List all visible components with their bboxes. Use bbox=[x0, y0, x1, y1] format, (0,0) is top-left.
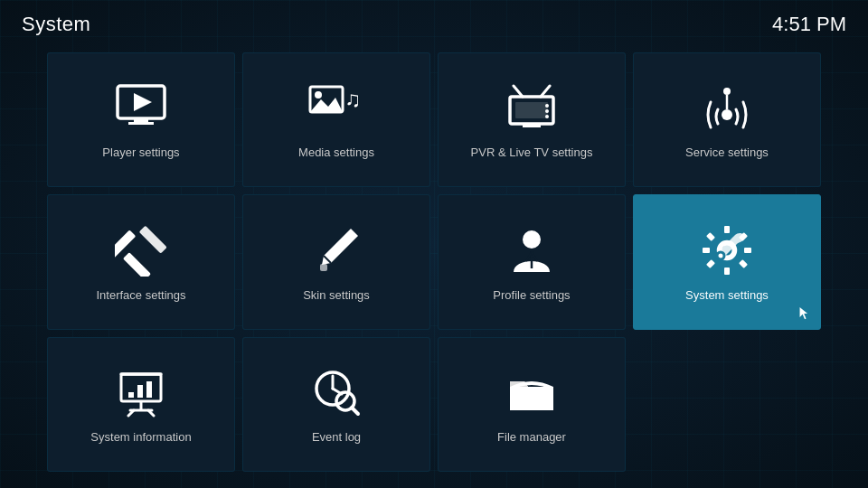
svg-rect-3 bbox=[128, 122, 154, 125]
grid-item-event-log[interactable]: Event log bbox=[242, 337, 430, 472]
system-settings-icon bbox=[698, 221, 756, 279]
svg-point-15 bbox=[545, 115, 549, 118]
svg-rect-30 bbox=[724, 267, 730, 275]
svg-line-10 bbox=[541, 86, 550, 97]
svg-rect-32 bbox=[744, 248, 751, 253]
pvr-settings-label: PVR & Live TV settings bbox=[471, 145, 593, 161]
svg-point-13 bbox=[545, 104, 549, 108]
svg-rect-42 bbox=[128, 392, 134, 398]
svg-rect-19 bbox=[123, 252, 151, 277]
svg-rect-12 bbox=[523, 124, 541, 127]
grid-item-empty bbox=[633, 337, 821, 472]
skin-settings-label: Skin settings bbox=[303, 288, 370, 304]
media-settings-label: Media settings bbox=[298, 145, 374, 161]
app-header: System 4:51 PM bbox=[0, 0, 868, 45]
svg-marker-40 bbox=[800, 307, 808, 319]
player-settings-icon bbox=[112, 79, 170, 136]
svg-rect-11 bbox=[515, 102, 548, 118]
grid-item-interface-settings[interactable]: Interface settings bbox=[47, 194, 235, 329]
svg-rect-2 bbox=[134, 118, 148, 122]
svg-point-14 bbox=[545, 109, 549, 113]
svg-rect-21 bbox=[115, 230, 136, 259]
media-settings-icon: ♫ bbox=[307, 79, 365, 136]
player-settings-label: Player settings bbox=[102, 145, 179, 161]
skin-settings-icon bbox=[307, 221, 365, 279]
interface-settings-icon bbox=[112, 221, 170, 279]
grid-item-media-settings[interactable]: ♫ Media settings bbox=[242, 52, 430, 187]
svg-text:♫: ♫ bbox=[344, 87, 361, 111]
system-settings-label: System settings bbox=[685, 288, 769, 304]
file-manager-icon bbox=[503, 363, 561, 421]
profile-settings-icon bbox=[503, 221, 561, 279]
svg-point-24 bbox=[523, 230, 541, 249]
interface-settings-label: Interface settings bbox=[97, 288, 186, 304]
grid-item-file-manager[interactable]: File manager bbox=[438, 337, 626, 472]
service-settings-label: Service settings bbox=[685, 145, 769, 161]
svg-rect-29 bbox=[724, 226, 730, 233]
svg-line-54 bbox=[352, 408, 358, 414]
event-log-icon bbox=[307, 363, 365, 421]
grid-item-system-information[interactable]: System information bbox=[47, 337, 235, 472]
svg-line-9 bbox=[514, 86, 523, 97]
clock: 4:51 PM bbox=[772, 13, 846, 36]
svg-point-16 bbox=[722, 109, 732, 120]
svg-marker-1 bbox=[134, 93, 152, 111]
svg-marker-6 bbox=[310, 98, 343, 112]
grid-item-player-settings[interactable]: Player settings bbox=[47, 52, 235, 187]
grid-item-skin-settings[interactable]: Skin settings bbox=[242, 194, 430, 329]
svg-rect-20 bbox=[139, 225, 167, 253]
svg-rect-22 bbox=[320, 264, 327, 271]
cursor-icon bbox=[798, 307, 811, 320]
svg-point-5 bbox=[315, 91, 322, 99]
grid-item-service-settings[interactable]: Service settings bbox=[633, 52, 821, 187]
pvr-settings-icon bbox=[503, 79, 561, 136]
app-title: System bbox=[22, 13, 90, 36]
grid-item-system-settings[interactable]: System settings bbox=[633, 194, 821, 329]
svg-rect-44 bbox=[146, 381, 152, 398]
settings-grid: Player settings ♫ Media settings bbox=[0, 45, 868, 486]
file-manager-label: File manager bbox=[497, 430, 566, 446]
profile-settings-label: Profile settings bbox=[493, 288, 570, 304]
system-information-icon bbox=[112, 363, 170, 421]
grid-item-profile-settings[interactable]: Profile settings bbox=[438, 194, 626, 329]
system-information-label: System information bbox=[90, 430, 191, 446]
grid-item-pvr-settings[interactable]: PVR & Live TV settings bbox=[438, 52, 626, 187]
event-log-label: Event log bbox=[312, 430, 361, 446]
svg-rect-31 bbox=[703, 248, 710, 253]
service-settings-icon bbox=[698, 79, 756, 136]
svg-point-17 bbox=[723, 88, 731, 95]
svg-rect-43 bbox=[137, 385, 143, 398]
